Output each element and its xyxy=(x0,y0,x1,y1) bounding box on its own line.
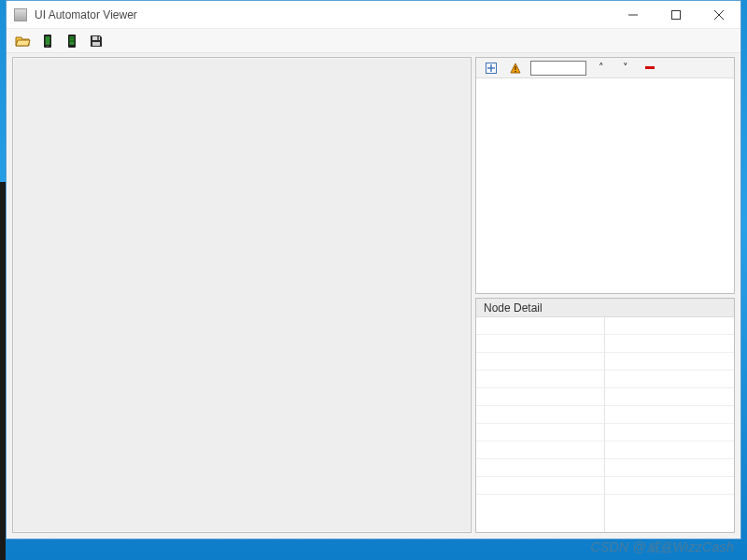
folder-open-icon xyxy=(15,34,32,49)
minus-icon xyxy=(645,66,655,69)
right-column: ˄ ˅ Node Detail xyxy=(475,57,735,533)
table-row xyxy=(476,406,604,424)
svg-rect-6 xyxy=(47,46,49,47)
device-screenshot-compressed-button[interactable] xyxy=(63,32,81,50)
chevron-up-icon: ˄ xyxy=(599,62,604,74)
floppy-save-icon xyxy=(89,34,104,49)
node-detail-panel: Node Detail xyxy=(475,298,735,533)
table-row xyxy=(605,388,734,406)
node-detail-header: Node Detail xyxy=(476,299,734,317)
table-row xyxy=(605,317,734,335)
next-match-button[interactable]: ˅ xyxy=(616,59,635,77)
device-dump-compressed-icon xyxy=(64,34,79,49)
close-button[interactable] xyxy=(698,1,740,29)
svg-rect-1 xyxy=(672,10,681,19)
content-area: ˄ ˅ Node Detail xyxy=(7,53,740,539)
table-row xyxy=(476,477,604,495)
table-row xyxy=(476,317,604,335)
device-screenshot-button[interactable] xyxy=(38,32,57,50)
node-detail-table[interactable] xyxy=(476,317,734,532)
svg-rect-5 xyxy=(46,36,50,45)
table-row xyxy=(476,441,604,459)
table-row xyxy=(605,406,734,424)
close-icon xyxy=(714,10,724,20)
table-row xyxy=(605,371,734,388)
table-row xyxy=(476,459,604,477)
window-title: UI Automator Viewer xyxy=(35,8,137,21)
titlebar[interactable]: UI Automator Viewer xyxy=(7,1,740,29)
prev-match-button[interactable]: ˄ xyxy=(592,59,611,77)
hierarchy-tree[interactable] xyxy=(476,78,734,293)
open-button[interactable] xyxy=(14,32,33,50)
save-button[interactable] xyxy=(87,32,106,50)
table-row xyxy=(605,477,734,495)
clear-filter-button[interactable] xyxy=(641,59,659,77)
toggle-naf-button[interactable] xyxy=(506,59,525,77)
detail-key-column xyxy=(476,317,605,532)
table-row xyxy=(476,388,604,406)
expand-all-button[interactable] xyxy=(482,59,500,77)
svg-rect-12 xyxy=(97,36,99,40)
hierarchy-tree-panel: ˄ ˅ xyxy=(475,57,735,294)
table-row xyxy=(605,424,734,441)
table-row xyxy=(476,335,604,353)
app-window: UI Automator Viewer xyxy=(6,0,741,539)
screenshot-panel[interactable] xyxy=(12,57,472,533)
expand-all-icon xyxy=(486,63,497,74)
svg-point-18 xyxy=(514,70,516,72)
app-icon xyxy=(14,8,27,21)
minimize-icon xyxy=(628,10,638,20)
table-row xyxy=(476,371,604,388)
maximize-button[interactable] xyxy=(655,1,698,29)
detail-value-column xyxy=(605,317,734,532)
table-row xyxy=(605,441,734,459)
table-row xyxy=(476,353,604,371)
chevron-down-icon: ˅ xyxy=(623,62,628,74)
warning-triangle-icon xyxy=(510,63,521,74)
table-row xyxy=(605,335,734,353)
table-row xyxy=(476,424,604,441)
device-dump-icon xyxy=(40,34,55,49)
svg-rect-13 xyxy=(92,42,100,46)
maximize-icon xyxy=(671,10,681,20)
watermark-text: CSDN @威兹WizzCash xyxy=(591,539,734,556)
main-toolbar xyxy=(7,29,740,53)
table-row xyxy=(605,353,734,371)
tree-filter-input[interactable] xyxy=(530,61,586,76)
tree-toolbar: ˄ ˅ xyxy=(476,58,734,78)
minimize-button[interactable] xyxy=(612,1,655,29)
table-row xyxy=(605,459,734,477)
